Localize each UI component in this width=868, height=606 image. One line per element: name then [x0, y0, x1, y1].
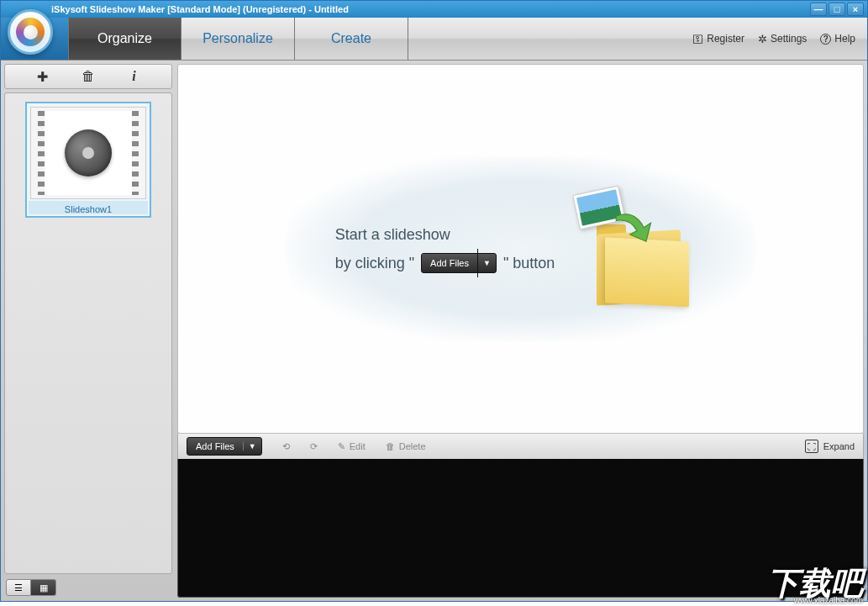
close-button[interactable]: ×: [847, 3, 864, 16]
rotate-left-icon: ⟲: [282, 441, 290, 452]
window-title: iSkysoft Slideshow Maker [Standard Mode]…: [51, 4, 810, 14]
add-files-example-button: Add Files ▼: [421, 253, 497, 273]
title-bar: iSkysoft Slideshow Maker [Standard Mode]…: [1, 1, 867, 18]
view-mode-bar: ☰ ▦: [4, 577, 172, 598]
arrow-icon: [609, 207, 655, 253]
expand-button[interactable]: ⛶ Expand: [805, 440, 855, 453]
trash-icon: 🗑: [82, 69, 95, 84]
window-controls: — □ ×: [810, 3, 864, 16]
register-link[interactable]: ⚿ Register: [692, 33, 744, 45]
rotate-right-icon: ⟳: [310, 441, 318, 452]
slideshow-list: Slideshow1: [4, 92, 172, 574]
slideshow-label: Slideshow1: [29, 201, 148, 214]
settings-link[interactable]: ✲ Settings: [758, 33, 807, 45]
app-logo: [8, 9, 53, 55]
empty-state: Start a slideshow by clicking " Add File…: [335, 186, 707, 312]
gear-icon: ✲: [758, 33, 767, 45]
header-right: ⚿ Register ✲ Settings ? Help: [408, 18, 867, 60]
slideshow-thumbnail: [30, 107, 146, 199]
slideshow-item[interactable]: Slideshow1: [25, 102, 151, 218]
delete-button[interactable]: 🗑 Delete: [386, 441, 426, 451]
canvas-area: Start a slideshow by clicking " Add File…: [177, 64, 864, 434]
view-grid-button[interactable]: ▦: [31, 579, 56, 596]
list-icon: ☰: [14, 582, 23, 593]
bottom-toolbar: Add Files ▼ ⟲ ⟳ ✎ Edit 🗑 Delete ⛶ Expand: [177, 434, 864, 459]
tab-personalize[interactable]: Personalize: [181, 18, 295, 60]
key-icon: ⚿: [692, 33, 703, 45]
main-tab-bar: Organize Personalize Create ⚿ Register ✲…: [1, 18, 867, 61]
maximize-button[interactable]: □: [829, 3, 845, 16]
film-reel-icon: [65, 129, 112, 177]
folder-artwork: [580, 186, 706, 312]
info-icon: i: [132, 69, 135, 84]
minimize-button[interactable]: —: [810, 3, 827, 16]
rotate-left-button[interactable]: ⟲: [282, 441, 290, 452]
tab-organize[interactable]: Organize: [68, 18, 181, 60]
view-list-button[interactable]: ☰: [6, 579, 31, 596]
empty-state-text: Start a slideshow by clicking " Add File…: [335, 220, 555, 277]
sidebar-toolbar: ✚ 🗑 i: [4, 64, 172, 89]
add-slideshow-button[interactable]: ✚: [34, 68, 51, 85]
pencil-icon: ✎: [338, 441, 345, 452]
info-button[interactable]: i: [126, 68, 143, 85]
app-body: ✚ 🗑 i Slideshow1 ☰ ▦: [1, 61, 867, 601]
add-files-button[interactable]: Add Files ▼: [187, 437, 262, 456]
sidebar: ✚ 🗑 i Slideshow1 ☰ ▦: [4, 64, 172, 598]
expand-icon: ⛶: [805, 440, 818, 453]
main-panel: Start a slideshow by clicking " Add File…: [177, 64, 864, 598]
app-window: iSkysoft Slideshow Maker [Standard Mode]…: [0, 0, 868, 602]
help-link[interactable]: ? Help: [820, 33, 855, 45]
delete-slideshow-button[interactable]: 🗑: [80, 68, 97, 85]
rotate-right-button[interactable]: ⟳: [310, 441, 318, 452]
timeline-area[interactable]: [177, 459, 864, 598]
edit-button[interactable]: ✎ Edit: [338, 441, 366, 452]
chevron-down-icon[interactable]: ▼: [243, 442, 261, 451]
grid-icon: ▦: [39, 582, 48, 593]
add-file-icon: ✚: [37, 69, 48, 85]
trash-icon: 🗑: [386, 441, 395, 451]
chevron-down-icon: ▼: [477, 249, 496, 277]
help-icon: ?: [820, 34, 831, 45]
tab-create[interactable]: Create: [295, 18, 408, 60]
